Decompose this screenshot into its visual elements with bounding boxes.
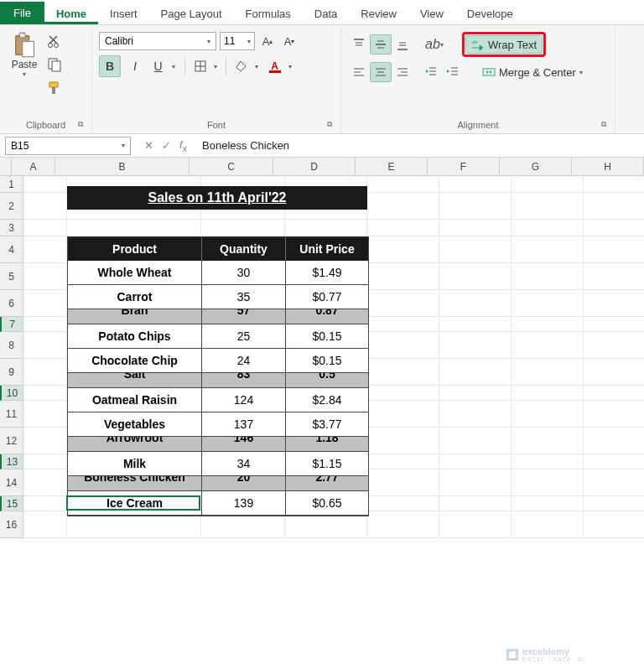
col-header-G[interactable]: G [500,158,572,176]
col-header-C[interactable]: C [190,158,273,176]
row-header-4[interactable]: 4 [0,236,23,263]
cell[interactable] [512,176,584,193]
paste-button[interactable]: Paste ▾ [7,29,42,78]
table-row[interactable]: Boneless Chicken202.77 [68,476,368,491]
increase-indent-icon[interactable] [442,62,464,82]
cells-area[interactable]: Sales on 11th April'22 Product Quantity … [23,176,644,538]
cell[interactable] [584,317,644,332]
cell[interactable] [367,332,439,359]
row-header-5[interactable]: 5 [0,263,23,290]
cell[interactable] [512,332,584,359]
cell[interactable] [584,386,644,401]
cell[interactable] [584,290,644,317]
row-header-2[interactable]: 2 [0,193,23,220]
align-left-icon[interactable] [348,62,370,82]
tab-view[interactable]: View [408,3,455,24]
row-header-16[interactable]: 16 [0,511,23,538]
cell[interactable] [201,220,285,236]
merge-center-button[interactable]: Merge & Center ▾ [477,64,588,80]
cell[interactable] [23,386,67,401]
cell[interactable] [23,220,67,236]
cancel-icon[interactable]: ✕ [144,139,153,152]
cell[interactable] [439,176,512,193]
col-header-E[interactable]: E [356,158,428,176]
cell[interactable] [439,220,512,236]
cell[interactable] [584,193,644,220]
enter-icon[interactable]: ✓ [162,139,171,152]
cell[interactable] [23,263,67,290]
cell[interactable] [439,496,512,511]
cell[interactable] [67,220,201,236]
cell[interactable] [584,401,644,428]
cell[interactable] [367,496,439,511]
cell[interactable] [512,290,584,317]
cell[interactable] [439,454,512,469]
cell[interactable] [512,263,584,290]
table-row[interactable]: Carrot35$0.77 [68,285,368,309]
cell[interactable] [23,359,67,386]
fx-icon[interactable]: fx [179,138,187,153]
dialog-launcher-icon[interactable]: ⧉ [78,120,88,130]
cell[interactable] [23,511,67,538]
cell[interactable] [439,359,512,386]
italic-button[interactable]: I [124,55,146,77]
row-header-13[interactable]: 13 [0,454,23,469]
align-top-icon[interactable] [348,34,370,54]
cell[interactable] [23,428,67,454]
cell[interactable] [584,428,644,454]
name-box[interactable]: B15▾ [5,137,131,155]
cut-icon[interactable] [47,34,62,49]
tab-review[interactable]: Review [349,3,408,24]
row-header-12[interactable]: 12 [0,428,23,454]
cell[interactable] [512,428,584,454]
cell[interactable] [23,469,67,496]
decrease-indent-icon[interactable] [420,62,442,82]
cell[interactable] [439,290,512,317]
cell[interactable] [23,332,67,359]
fill-color-button[interactable]: ▾ [231,55,262,77]
font-name-select[interactable]: Calibri▾ [99,32,216,50]
cell[interactable] [23,401,67,428]
tab-page-layout[interactable]: Page Layout [149,3,234,24]
decrease-font-icon[interactable]: A▾ [280,32,299,50]
cell[interactable] [23,176,67,193]
bold-button[interactable]: B [99,55,121,77]
table-row[interactable]: Milk34$1.15 [68,452,368,476]
dialog-launcher-icon[interactable]: ⧉ [327,120,337,130]
row-header-3[interactable]: 3 [0,220,23,236]
cell[interactable] [584,511,644,538]
cell[interactable] [367,511,439,538]
row-header-15[interactable]: 15 [0,496,23,511]
cell[interactable] [439,386,512,401]
row-header-11[interactable]: 11 [0,401,23,428]
dialog-launcher-icon[interactable]: ⧉ [601,120,611,130]
cell[interactable] [439,317,512,332]
cell[interactable] [512,193,584,220]
cell[interactable] [512,401,584,428]
cell[interactable] [584,220,644,236]
table-row[interactable]: Potato Chips25$0.15 [68,324,368,349]
row-header-14[interactable]: 14 [0,469,23,496]
cell[interactable] [367,386,439,401]
cell[interactable] [512,469,584,496]
cell[interactable] [439,469,512,496]
tab-data[interactable]: Data [303,3,349,24]
tab-insert[interactable]: Insert [98,3,149,24]
cell[interactable] [285,220,367,236]
col-header-D[interactable]: D [273,158,356,176]
wrap-text-button[interactable]: ab Wrap Text [465,35,543,54]
table-row[interactable]: Oatmeal Raisin124$2.84 [68,388,368,412]
tab-home[interactable]: Home [44,3,98,24]
cell[interactable] [512,236,584,263]
row-header-9[interactable]: 9 [0,359,23,386]
tab-formulas[interactable]: Formulas [234,3,303,24]
cell[interactable] [367,176,439,193]
align-bottom-icon[interactable] [392,34,413,54]
increase-font-icon[interactable]: A▴ [258,32,277,50]
formula-input[interactable]: Boneless Chicken [195,139,644,152]
underline-button[interactable]: U▾ [149,55,179,77]
row-header-6[interactable]: 6 [0,290,23,317]
cell[interactable] [584,176,644,193]
cell[interactable] [23,317,67,332]
cell[interactable] [584,469,644,496]
